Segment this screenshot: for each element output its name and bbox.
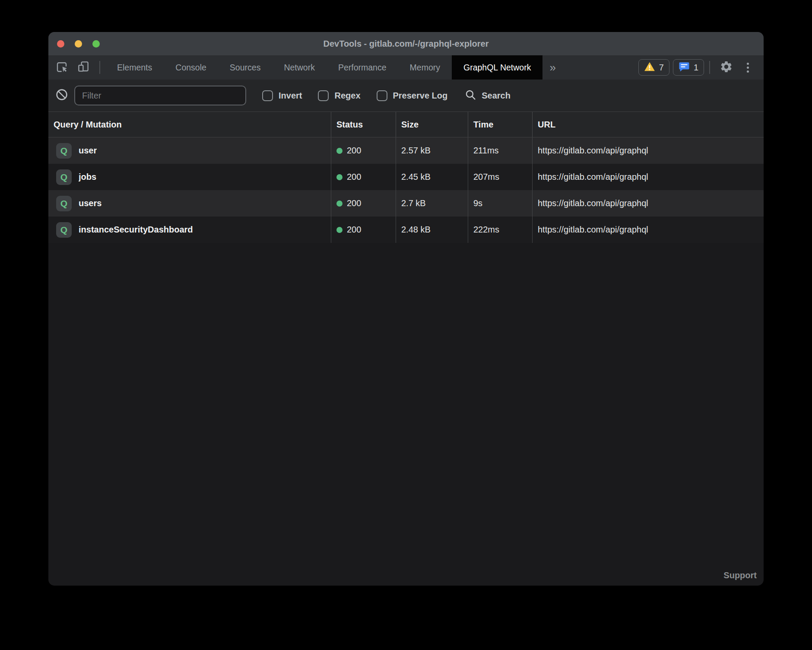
status-value: 200 <box>347 146 361 156</box>
tab-elements[interactable]: Elements <box>105 55 164 80</box>
preserve-log-checkbox-group[interactable]: Preserve Log <box>377 90 448 101</box>
size-value: 2.48 kB <box>396 217 468 243</box>
size-value: 2.45 kB <box>396 164 468 190</box>
message-bubble-icon <box>679 61 690 73</box>
url-value: https://gitlab.com/api/graphql <box>532 217 764 243</box>
devtools-tabbar: ElementsConsoleSourcesNetworkPerformance… <box>48 55 764 80</box>
device-toolbar-icon <box>77 60 90 75</box>
table-row[interactable]: Q jobs 200 2.45 kB 207ms https://gitlab.… <box>48 164 764 190</box>
badge-divider <box>709 61 710 74</box>
time-value: 211ms <box>468 137 532 164</box>
tabbar-right-controls: 7 1 <box>635 55 764 80</box>
query-type-badge: Q <box>56 143 72 159</box>
url-value: https://gitlab.com/api/graphql <box>532 137 764 164</box>
preserve-log-checkbox[interactable] <box>377 90 387 101</box>
column-header-size[interactable]: Size <box>396 112 468 137</box>
tab-console[interactable]: Console <box>164 55 218 80</box>
status-dot-icon <box>336 227 343 233</box>
table-row[interactable]: Q instanceSecurityDashboard 200 2.48 kB … <box>48 217 764 243</box>
kebab-menu-icon <box>747 63 749 65</box>
filter-bar: Invert Regex Preserve Log Search <box>48 80 764 112</box>
column-header-time[interactable]: Time <box>468 112 532 137</box>
window-title: DevTools - gitlab.com/-/graphql-explorer <box>323 39 488 49</box>
tab-memory[interactable]: Memory <box>398 55 452 80</box>
status-dot-icon <box>336 148 343 154</box>
table-row[interactable]: Q user 200 2.57 kB 211ms https://gitlab.… <box>48 137 764 164</box>
issues-badge[interactable]: 1 <box>673 59 704 76</box>
tab-performance[interactable]: Performance <box>327 55 398 80</box>
query-type-badge: Q <box>56 196 72 211</box>
devtools-window: DevTools - gitlab.com/-/graphql-explorer <box>48 32 764 586</box>
warnings-count: 7 <box>659 63 664 73</box>
block-icon <box>56 89 68 102</box>
invert-checkbox-group[interactable]: Invert <box>262 90 302 101</box>
tab-network[interactable]: Network <box>272 55 327 80</box>
status-value: 200 <box>347 225 361 235</box>
warning-triangle-icon <box>644 61 655 73</box>
query-name: jobs <box>79 172 96 182</box>
device-toolbar-button[interactable] <box>73 55 94 80</box>
screen: DevTools - gitlab.com/-/graphql-explorer <box>0 0 812 650</box>
inspect-element-icon <box>55 60 68 75</box>
query-name: user <box>79 146 97 156</box>
regex-label: Regex <box>334 91 360 101</box>
close-button[interactable] <box>57 40 64 48</box>
traffic-lights <box>57 32 100 55</box>
query-type-badge: Q <box>56 222 72 238</box>
size-value: 2.7 kB <box>396 190 468 217</box>
zoom-button[interactable] <box>92 40 100 48</box>
status-dot-icon <box>336 174 343 180</box>
invert-checkbox[interactable] <box>262 90 273 101</box>
more-options-button[interactable] <box>743 63 752 73</box>
status-value: 200 <box>347 172 361 182</box>
table-header: Query / Mutation Status Size Time URL <box>48 112 764 137</box>
time-value: 222ms <box>468 217 532 243</box>
query-type-badge: Q <box>56 169 72 185</box>
url-value: https://gitlab.com/api/graphql <box>532 164 764 190</box>
table-row[interactable]: Q users 200 2.7 kB 9s https://gitlab.com… <box>48 190 764 217</box>
column-header-status[interactable]: Status <box>331 112 396 137</box>
search-icon <box>465 89 476 102</box>
tab-graphql-network[interactable]: GraphQL Network <box>452 55 542 80</box>
regex-checkbox-group[interactable]: Regex <box>318 90 360 101</box>
filter-input[interactable] <box>74 86 246 105</box>
chevron-double-right-icon: » <box>549 61 555 74</box>
query-name: instanceSecurityDashboard <box>79 225 193 235</box>
table-body: Q user 200 2.57 kB 211ms https://gitlab.… <box>48 137 764 243</box>
status-dot-icon <box>336 201 343 207</box>
tab-sources[interactable]: Sources <box>218 55 273 80</box>
issues-count: 1 <box>694 63 698 73</box>
search-button[interactable]: Search <box>465 89 511 102</box>
settings-button[interactable] <box>715 60 737 75</box>
column-header-query-mutation[interactable]: Query / Mutation <box>48 112 331 137</box>
size-value: 2.57 kB <box>396 137 468 164</box>
search-label: Search <box>482 91 511 101</box>
gear-icon <box>720 60 733 75</box>
minimize-button[interactable] <box>75 40 82 48</box>
invert-label: Invert <box>279 91 302 101</box>
column-header-url[interactable]: URL <box>532 112 764 137</box>
status-value: 200 <box>347 198 361 208</box>
time-value: 9s <box>468 190 532 217</box>
preserve-log-label: Preserve Log <box>393 91 448 101</box>
more-tabs-button[interactable]: » <box>542 55 562 80</box>
url-value: https://gitlab.com/api/graphql <box>532 190 764 217</box>
titlebar: DevTools - gitlab.com/-/graphql-explorer <box>48 32 764 55</box>
regex-checkbox[interactable] <box>318 90 329 101</box>
support-link[interactable]: Support <box>723 570 757 580</box>
query-name: users <box>79 198 102 208</box>
inspect-element-button[interactable] <box>48 55 73 80</box>
toolbar-divider <box>99 61 100 74</box>
time-value: 207ms <box>468 164 532 190</box>
warnings-badge[interactable]: 7 <box>638 59 669 76</box>
clear-log-button[interactable] <box>54 88 69 103</box>
panel-tabs: ElementsConsoleSourcesNetworkPerformance… <box>105 55 542 80</box>
